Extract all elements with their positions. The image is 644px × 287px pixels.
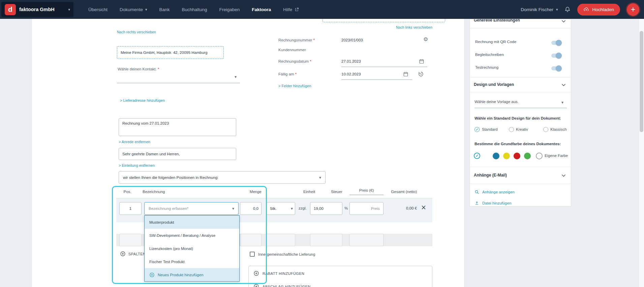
color-swatch-yellow[interactable] (503, 153, 510, 159)
product-dropdown-menu: Musterprodukt SW-Development / Beratung … (144, 215, 240, 282)
add-surcharge-button[interactable]: ABSCHLAG HINZUFÜGEN (253, 284, 311, 287)
history-icon[interactable] (418, 71, 424, 77)
chevron-down-icon[interactable] (561, 174, 566, 177)
col-header-total: Gesamt (netto) (382, 190, 417, 194)
chevron-down-icon[interactable]: ▾ (561, 100, 563, 104)
custom-color-swatch[interactable] (536, 153, 543, 159)
template-select-value[interactable]: Wähle deine Vorlage aus. (474, 100, 519, 104)
show-attachments-link[interactable]: Anhänge anzeigen (474, 190, 515, 194)
invoice-number-value[interactable]: 2023/01/003 (341, 38, 363, 42)
price-placeholder: Preis (371, 206, 380, 211)
chevron-down-icon[interactable]: ▾ (235, 75, 237, 79)
scrollbar-thumb[interactable] (640, 31, 643, 132)
color-swatch-green[interactable] (524, 153, 531, 159)
gear-icon[interactable]: ⚙ (423, 36, 428, 42)
scrollbar-track[interactable] (639, 0, 644, 287)
product-option[interactable]: SW-Development / Beratung / Analyse (145, 229, 239, 242)
calendar-icon[interactable] (403, 71, 408, 77)
add-discount-button[interactable]: RABATT HINZUFÜGEN (253, 270, 304, 276)
quantity-value: 0,0 (253, 206, 258, 211)
remove-intro-link[interactable]: > Einleitung entfernen (119, 163, 155, 167)
totals-actions-box: RABATT HINZUFÜGEN ABSCHLAG HINZUFÜGEN (248, 266, 432, 287)
general-settings-title[interactable]: Generelle Einstellungen (474, 19, 520, 23)
nav-faktoora[interactable]: Faktoora (252, 7, 271, 12)
nav-hilfe[interactable]: Hilfe (283, 7, 299, 12)
design-templates-title[interactable]: Design und Vorlagen (474, 82, 514, 87)
nav-bank[interactable]: Bank (159, 7, 170, 12)
add-new-product-option[interactable]: Neues Produkt hinzufügen (145, 268, 239, 281)
qr-toggle[interactable] (551, 41, 561, 45)
upload-button-label: Hochladen (592, 7, 614, 12)
divider (470, 184, 571, 184)
qr-toggle-label: Rechnung mit QR Code (475, 40, 516, 44)
description-select[interactable]: Bezeichnung erfassen* ▾ (144, 202, 239, 215)
delete-row-icon[interactable]: × (421, 203, 426, 211)
test-invoice-toggle[interactable] (551, 66, 561, 70)
nav-freigaben[interactable]: Freigaben (219, 7, 240, 12)
add-discount-label: RABATT HINZUFÜGEN (263, 272, 304, 276)
test-invoice-toggle-label: Testrechnung (475, 65, 498, 69)
price-input[interactable]: Preis (349, 202, 384, 215)
color-question-label: Bestimme die Grundfarbe deines Dokumente… (474, 142, 561, 146)
invoice-date-value[interactable]: 27.01.2023 (341, 59, 361, 63)
selected-color-check[interactable]: ✓ (474, 153, 480, 159)
color-swatch-red[interactable] (514, 153, 520, 159)
sender-address-field[interactable]: Meine Firma GmbH, Hauptstr. 42, 20095 Ha… (117, 46, 224, 59)
chevron-down-icon[interactable] (561, 84, 566, 87)
move-right-link[interactable]: Nach rechts verschieben (117, 30, 156, 34)
position-number-input[interactable]: 1 (119, 202, 142, 215)
design-radio-klassisch[interactable] (543, 127, 548, 132)
edit-columns-label: SPALTEN (128, 252, 146, 256)
product-option[interactable]: Musterprodukt (145, 216, 239, 229)
design-radio-kreativ-label: Kreativ (516, 127, 528, 131)
remove-salutation-link[interactable]: > Anrede entfernen (119, 140, 150, 144)
position-number-input-disabled (119, 234, 142, 246)
calendar-icon[interactable] (419, 59, 424, 64)
create-new-button[interactable]: + (627, 3, 639, 16)
salutation-field[interactable]: Sehr geehrte Damen und Herren, (119, 148, 236, 160)
add-fields-link[interactable]: > Felder hinzufügen (278, 84, 311, 88)
user-menu[interactable]: Dominik Fischer ▾ (521, 7, 558, 12)
edit-columns-button[interactable]: SPALTEN (120, 251, 146, 257)
subject-text: Rechnung vom 27.01.2023 (122, 121, 169, 125)
col-header-quantity: Menge (240, 190, 262, 194)
due-date-label: Fällig am * (278, 72, 297, 76)
nav-buchhaltung[interactable]: Buchhaltung (182, 7, 207, 12)
design-radio-standard-label: Standard (482, 127, 498, 131)
unit-select[interactable]: Stk. ▾ (266, 202, 295, 215)
design-radio-standard[interactable]: ✓ (474, 127, 480, 132)
chevron-down-icon: ▾ (319, 176, 321, 180)
col-header-tax: Steuer (321, 190, 342, 194)
add-new-product-label: Neues Produkt hinzufügen (158, 273, 204, 277)
show-attachments-label: Anhänge anzeigen (482, 190, 515, 194)
upload-button[interactable]: Hochladen (577, 4, 620, 15)
intro-text: wir stellen Ihnen die folgenden Position… (123, 176, 218, 180)
add-file-link[interactable]: Datei hinzufügen (474, 201, 511, 205)
bell-icon[interactable] (564, 6, 571, 12)
upload-icon (474, 201, 479, 205)
attachments-title[interactable]: Anhänge (E-Mail) (474, 173, 507, 178)
divider (470, 77, 571, 77)
company-switcher[interactable]: d faktoora GmbH ▾ (1, 2, 73, 17)
quantity-input[interactable]: 0,0 (240, 202, 262, 215)
contact-select-underline[interactable] (117, 83, 240, 83)
invoice-editor-page: d faktoora GmbH ▾ Übersicht Dokumente ▾ … (0, 0, 644, 287)
product-option[interactable]: Fischer Test Produkt (145, 255, 239, 268)
design-radio-kreativ[interactable] (509, 127, 514, 132)
tax-input[interactable]: 19,00 (310, 202, 342, 215)
chevron-down-icon[interactable] (561, 20, 566, 23)
due-date-value[interactable]: 10.02.2023 (341, 72, 361, 76)
intro-select[interactable]: wir stellen Ihnen die folgenden Position… (119, 171, 326, 184)
product-option[interactable]: Lizenzkosten (pro Monat) (145, 242, 239, 255)
intra-community-checkbox[interactable] (250, 252, 255, 257)
color-swatch-blue[interactable] (493, 153, 499, 159)
invoice-document-card (32, 19, 464, 287)
plus-circle-icon (253, 284, 259, 287)
cover-letter-toggle[interactable] (551, 54, 561, 58)
add-delivery-address-link[interactable]: > Lieferadresse hinzufügen (120, 98, 165, 102)
description-placeholder: Bezeichnung erfassen* (149, 206, 188, 211)
nav-uebersicht[interactable]: Übersicht (88, 7, 108, 12)
nav-dokumente[interactable]: Dokumente ▾ (120, 7, 147, 12)
move-left-link[interactable]: Nach links verschieben (392, 25, 432, 29)
subject-field[interactable]: Rechnung vom 27.01.2023 (119, 118, 236, 136)
